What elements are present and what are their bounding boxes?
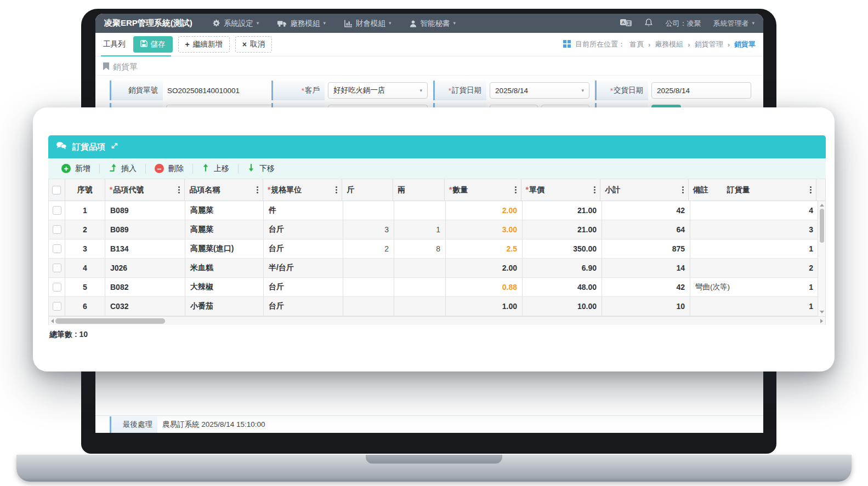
cell-jin[interactable] [343, 278, 394, 296]
cell-item-name[interactable]: 小番茄 [185, 297, 264, 316]
menu-smart-secretary[interactable]: 智能秘書 ▾ [410, 19, 456, 28]
header-unit-price[interactable]: 單價 [521, 179, 601, 201]
breadcrumb-factory[interactable]: 廠務模組 [655, 39, 683, 49]
scroll-left-arrow[interactable] [51, 319, 54, 323]
table-row[interactable]: 5 B082 大辣椒 台斤 0.88 48.00 42 彎曲(次等)1 [49, 278, 825, 297]
cell-unit-price[interactable]: 6.90 [523, 259, 602, 277]
column-menu-icon[interactable] [594, 189, 595, 191]
menu-system-settings[interactable]: 系統設定 ▾ [212, 19, 259, 28]
cell-liang[interactable] [394, 278, 446, 296]
table-row[interactable]: 2 B089 高麗菜 台斤 3 1 3.00 21.00 64 3 [49, 220, 825, 239]
cell-quantity[interactable]: 2.5 [446, 239, 523, 258]
cell-liang[interactable] [394, 259, 446, 277]
cell-liang[interactable] [394, 297, 446, 316]
expand-icon[interactable] [111, 142, 118, 152]
cell-quantity[interactable]: 2.00 [446, 201, 523, 220]
cell-spec-unit[interactable]: 半/台斤 [264, 259, 343, 277]
cell-item-name[interactable]: 高麗菜(進口) [185, 239, 264, 258]
scroll-right-arrow[interactable] [820, 319, 823, 323]
delivery-date-input[interactable]: 2025/8/14 [651, 82, 751, 99]
cell-jin[interactable]: 3 [343, 220, 394, 239]
cell-spec-unit[interactable]: 件 [264, 201, 343, 220]
cell-liang[interactable] [394, 201, 446, 220]
move-down-button[interactable]: 下移 [239, 163, 283, 174]
menu-finance-module[interactable]: 財會模組 ▾ [344, 19, 392, 28]
vertical-scrollbar[interactable] [818, 201, 825, 316]
scroll-up-arrow[interactable] [820, 204, 824, 207]
header-item-name[interactable]: 品項名稱 [185, 179, 263, 201]
header-quantity[interactable]: 數量 [445, 179, 521, 201]
breadcrumb-home[interactable]: 首頁 [629, 39, 644, 49]
row-checkbox[interactable] [53, 264, 61, 272]
header-note-orderqty[interactable]: 備註訂貨量 [689, 179, 816, 201]
cell-jin[interactable] [343, 297, 394, 316]
cell-unit-price[interactable]: 21.00 [523, 220, 602, 239]
cell-unit-price[interactable]: 48.00 [523, 278, 602, 296]
breadcrumb-sales-mgmt[interactable]: 銷貨管理 [695, 39, 723, 49]
cell-quantity[interactable]: 2.00 [446, 259, 523, 277]
cell-item-code[interactable]: B089 [105, 220, 185, 239]
column-menu-icon[interactable] [515, 189, 517, 191]
cell-item-code[interactable]: B089 [105, 201, 185, 220]
cell-spec-unit[interactable]: 台斤 [264, 220, 343, 239]
translate-icon[interactable]: A [620, 19, 632, 28]
cell-liang[interactable]: 8 [394, 239, 446, 258]
cell-item-code[interactable]: C032 [105, 297, 185, 316]
header-subtotal[interactable]: 小計 [600, 179, 689, 201]
scrollbar-thumb[interactable] [55, 318, 165, 324]
column-menu-icon[interactable] [178, 189, 180, 191]
move-up-button[interactable]: 上移 [193, 163, 238, 174]
cell-spec-unit[interactable]: 台斤 [264, 239, 343, 258]
row-checkbox[interactable] [53, 302, 61, 311]
table-row[interactable]: 6 C032 小番茄 台斤 1.00 10.00 10 1 [49, 297, 825, 316]
cell-item-code[interactable]: B082 [105, 278, 185, 296]
cell-liang[interactable]: 1 [394, 220, 446, 239]
column-menu-icon[interactable] [336, 189, 337, 191]
cell-item-code[interactable]: B134 [105, 239, 185, 258]
cell-unit-price[interactable]: 10.00 [523, 297, 602, 316]
continue-add-button[interactable]: + 繼續新增 [178, 36, 230, 53]
user-menu[interactable]: 系統管理者 ▾ [713, 19, 754, 28]
cell-item-code[interactable]: J026 [105, 259, 185, 277]
cell-spec-unit[interactable]: 台斤 [264, 278, 343, 296]
scrollbar-thumb[interactable] [820, 209, 824, 243]
cell-jin[interactable]: 2 [343, 239, 394, 258]
horizontal-scrollbar[interactable] [48, 316, 826, 325]
cell-unit-price[interactable]: 21.00 [523, 201, 602, 220]
column-menu-icon[interactable] [257, 189, 258, 191]
save-button[interactable]: 儲存 [133, 36, 173, 53]
customer-select[interactable]: 好好吃火鍋一店 ▾ [328, 82, 428, 99]
cell-note[interactable]: 彎曲(次等) [695, 282, 730, 292]
cell-jin[interactable] [343, 201, 394, 220]
select-all-checkbox[interactable] [52, 186, 61, 195]
cell-quantity[interactable]: 0.88 [446, 278, 523, 296]
order-date-select[interactable]: 2025/8/14 ▾ [490, 82, 589, 99]
header-spec-unit[interactable]: 規格單位 [263, 179, 343, 201]
cell-item-name[interactable]: 大辣椒 [185, 278, 264, 296]
table-row[interactable]: 4 J026 米血糕 半/台斤 2.00 6.90 14 2 [49, 259, 825, 278]
column-menu-icon[interactable] [810, 189, 812, 191]
scroll-down-arrow[interactable] [820, 311, 824, 313]
delete-row-button[interactable]: – 刪除 [146, 164, 192, 174]
add-row-button[interactable]: + 新增 [53, 164, 99, 174]
cell-spec-unit[interactable]: 台斤 [264, 297, 343, 316]
bell-icon[interactable] [644, 18, 653, 29]
cell-item-name[interactable]: 高麗菜 [185, 220, 264, 239]
cell-unit-price[interactable]: 350.00 [523, 239, 602, 258]
header-item-code[interactable]: 品項代號 [105, 179, 185, 201]
menu-factory-module[interactable]: 廠務模組 ▾ [277, 19, 326, 28]
cell-quantity[interactable]: 3.00 [446, 220, 523, 239]
row-checkbox[interactable] [53, 206, 61, 215]
table-row[interactable]: 3 B134 高麗菜(進口) 台斤 2 8 2.5 350.00 875 1 [49, 239, 825, 259]
table-row[interactable]: 1 B089 高麗菜 件 2.00 21.00 42 4 [49, 201, 825, 220]
cell-quantity[interactable]: 1.00 [446, 297, 523, 316]
column-menu-icon[interactable] [682, 189, 684, 191]
row-checkbox[interactable] [53, 225, 61, 234]
insert-row-button[interactable]: 插入 [100, 163, 145, 174]
row-checkbox[interactable] [53, 244, 61, 253]
row-checkbox[interactable] [53, 283, 61, 291]
cell-item-name[interactable]: 高麗菜 [185, 201, 264, 220]
cell-item-name[interactable]: 米血糕 [185, 259, 264, 277]
cancel-button[interactable]: × 取消 [235, 36, 272, 53]
cell-jin[interactable] [343, 259, 394, 277]
